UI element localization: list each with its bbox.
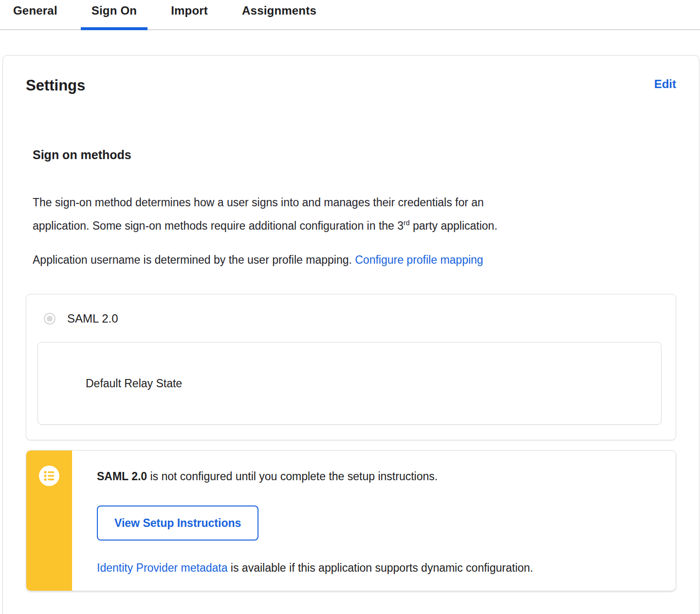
description-line-2: application. Some sign-on methods requir…	[33, 214, 676, 237]
saml-radio-label: SAML 2.0	[67, 312, 118, 325]
ordinal-superscript: rd	[404, 219, 409, 227]
setup-list-icon	[38, 465, 60, 487]
tab-import[interactable]: Import	[160, 0, 219, 29]
callout-footer-text: Identity Provider metadata is available …	[97, 561, 653, 575]
sign-on-methods-heading: Sign on methods	[33, 147, 676, 163]
settings-card-header: Settings Edit	[26, 76, 676, 95]
sign-on-methods-description: The sign-on method determines how a user…	[33, 191, 676, 237]
saml-radio-row: SAML 2.0	[37, 312, 662, 325]
tab-general[interactable]: General	[2, 0, 68, 29]
callout-message-bold: SAML 2.0	[97, 470, 147, 483]
default-relay-state-label: Default Relay State	[86, 377, 182, 390]
callout-warning-strip	[26, 451, 72, 591]
saml-radio-button[interactable]	[44, 313, 55, 325]
callout-message: SAML 2.0 is not configured until you com…	[97, 469, 653, 484]
view-setup-instructions-button[interactable]: View Setup Instructions	[97, 506, 258, 541]
saml-setup-callout: SAML 2.0 is not configured until you com…	[26, 450, 676, 591]
app-tab-bar: General Sign On Import Assignments	[0, 0, 700, 30]
settings-title: Settings	[26, 76, 85, 95]
callout-body: SAML 2.0 is not configured until you com…	[72, 451, 676, 591]
default-relay-state-box: Default Relay State	[37, 342, 662, 425]
settings-card: Settings Edit Sign on methods The sign-o…	[2, 55, 700, 614]
application-username-text: Application username is determined by th…	[33, 248, 676, 271]
identity-provider-metadata-link[interactable]: Identity Provider metadata	[97, 561, 227, 574]
tab-assignments[interactable]: Assignments	[231, 0, 327, 29]
saml-method-box: SAML 2.0 Default Relay State	[26, 294, 676, 440]
configure-profile-mapping-link[interactable]: Configure profile mapping	[355, 253, 483, 266]
edit-link[interactable]: Edit	[654, 76, 676, 92]
tab-sign-on[interactable]: Sign On	[81, 0, 147, 29]
description-line-1: The sign-on method determines how a user…	[33, 191, 676, 214]
